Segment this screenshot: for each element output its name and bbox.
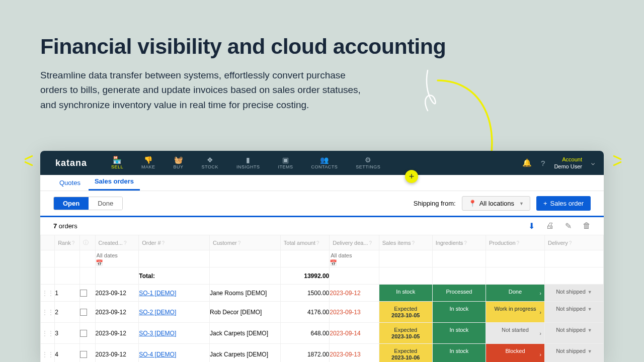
location-filter[interactable]: 📍 All locations ▼	[462, 196, 530, 211]
caret-down-icon: ▼	[588, 328, 592, 333]
bell-icon[interactable]: 🔔	[522, 158, 532, 167]
filter-customer[interactable]	[210, 255, 280, 263]
caret-down-icon: ▼	[519, 201, 524, 206]
created-cell: 2023-09-12	[95, 302, 139, 323]
checkbox-cell[interactable]	[80, 323, 95, 344]
chevron-down-icon[interactable]: ⌵	[591, 159, 595, 166]
new-sales-order-button[interactable]: + Sales order	[536, 196, 591, 211]
nav-make[interactable]: 👎MAKE	[132, 151, 165, 175]
customer-cell: Jack Carpets [DEMO]	[210, 323, 281, 344]
col-order[interactable]: Order #?	[139, 235, 210, 250]
accent-sparkle-left	[24, 157, 31, 164]
nav-stock[interactable]: ❖STOCK	[193, 151, 227, 175]
drag-handle[interactable]: ⋮⋮	[41, 344, 55, 363]
add-fab[interactable]: +	[405, 170, 418, 183]
status-badge[interactable]: Blocked›	[486, 344, 544, 362]
main-nav: 🏪SELL👎MAKE🧺BUY❖STOCK▮INSIGHTS▣ITEMS👥CONT…	[102, 151, 389, 175]
open-done-segment: Open Done	[53, 197, 123, 210]
table-row: ⋮⋮12023-09-12SO-1 [DEMO]Jane Rooms [DEMO…	[41, 285, 604, 302]
drag-handle[interactable]: ⋮⋮	[41, 302, 55, 323]
status-badge[interactable]: Not started›	[486, 323, 544, 343]
col-sales-items[interactable]: Sales items?	[379, 235, 432, 250]
nav-settings[interactable]: ⚙SETTINGS	[347, 151, 389, 175]
order-cell[interactable]: SO-4 [DEMO]	[139, 344, 210, 363]
filter-order[interactable]	[139, 255, 209, 263]
settings-icon: ⚙	[364, 156, 372, 163]
checkbox-cell[interactable]	[80, 285, 95, 302]
print-icon[interactable]: 🖨	[546, 221, 554, 231]
drag-handle[interactable]: ⋮⋮	[41, 285, 55, 302]
col-rank[interactable]: Rank?	[55, 235, 80, 250]
delete-icon[interactable]: 🗑	[583, 221, 591, 231]
accent-sparkle-right	[613, 157, 620, 164]
status-badge[interactable]: In stock	[379, 285, 432, 301]
app-window: katana 🏪SELL👎MAKE🧺BUY❖STOCK▮INSIGHTS▣ITE…	[40, 151, 604, 362]
nav-buy[interactable]: 🧺BUY	[165, 151, 193, 175]
status-badge[interactable]: Expected2023-10-05	[379, 302, 432, 322]
col-ingredients[interactable]: Ingredients?	[432, 235, 486, 250]
drag-handle[interactable]: ⋮⋮	[41, 323, 55, 344]
chevron-right-icon: ›	[540, 330, 541, 336]
status-badge[interactable]: Work in progress›	[486, 302, 544, 322]
account-menu[interactable]: Account Demo User	[554, 156, 582, 170]
help-icon[interactable]: ?	[541, 159, 545, 167]
tab-quotes[interactable]: Quotes	[53, 175, 87, 191]
customer-cell: Jack Carpets [DEMO]	[210, 344, 281, 363]
col-info[interactable]: ⓘ	[80, 235, 95, 250]
insights-icon: ▮	[244, 156, 252, 163]
status-badge[interactable]: In stock	[433, 344, 486, 362]
order-cell[interactable]: SO-2 [DEMO]	[139, 302, 210, 323]
status-badge[interactable]: In stock	[433, 302, 486, 322]
delivery-status[interactable]: Not shipped▼	[545, 302, 603, 322]
checkbox-cell[interactable]	[80, 344, 95, 363]
delivery-status[interactable]: Not shipped▼	[545, 285, 603, 301]
status-badge[interactable]: Expected2023-10-06	[379, 344, 432, 362]
status-badge[interactable]: In stock	[433, 323, 486, 343]
edit-icon[interactable]: ✎	[565, 221, 572, 231]
created-cell: 2023-09-12	[95, 344, 139, 363]
col-delivery[interactable]: Delivery?	[544, 235, 603, 250]
status-badge[interactable]: Done›	[486, 285, 544, 301]
buy-icon: 🧺	[175, 156, 183, 163]
segment-done[interactable]: Done	[89, 197, 122, 210]
filter-amount[interactable]	[281, 255, 329, 263]
col-production[interactable]: Production?	[486, 235, 544, 250]
status-badge[interactable]: Processed	[433, 285, 486, 301]
deadline-cell: 2023-09-13	[330, 302, 379, 323]
col-delivery-deadline[interactable]: Delivery dea...?	[330, 235, 379, 250]
customer-cell: Jane Rooms [DEMO]	[210, 285, 281, 302]
filter-deadline[interactable]	[330, 251, 378, 259]
col-total[interactable]: Total amount?	[280, 235, 329, 250]
nav-insights[interactable]: ▮INSIGHTS	[227, 151, 269, 175]
shipping-label: Shipping from:	[414, 200, 456, 207]
download-icon[interactable]: ⬇	[528, 221, 535, 231]
order-cell[interactable]: SO-1 [DEMO]	[139, 285, 210, 302]
filter-created[interactable]	[96, 251, 139, 259]
total-label: Total:	[139, 267, 210, 285]
order-cell[interactable]: SO-3 [DEMO]	[139, 323, 210, 344]
toolbar: Open Done Shipping from: 📍 All locations…	[40, 191, 604, 216]
nav-items[interactable]: ▣ITEMS	[269, 151, 302, 175]
col-created[interactable]: Created...?	[95, 235, 139, 250]
tab-sales-orders[interactable]: Sales orders	[89, 173, 140, 191]
checkbox-cell[interactable]	[80, 302, 95, 323]
topbar: katana 🏪SELL👎MAKE🧺BUY❖STOCK▮INSIGHTS▣ITE…	[40, 151, 604, 175]
deadline-cell: 2023-09-12	[330, 285, 379, 302]
account-user: Demo User	[554, 163, 582, 170]
hero-title: Financial visibility and cloud accountin…	[40, 34, 604, 59]
col-customer[interactable]: Customer?	[210, 235, 281, 250]
total-row: Total: 13992.00	[41, 267, 604, 285]
status-badge[interactable]: Expected2023-10-05	[379, 323, 432, 343]
deadline-cell: 2023-09-13	[330, 344, 379, 363]
account-label: Account	[554, 156, 582, 163]
segment-open[interactable]: Open	[54, 197, 89, 210]
customer-cell: Rob Decor [DEMO]	[210, 302, 281, 323]
brand-logo[interactable]: katana	[40, 158, 102, 168]
delivery-status[interactable]: Not shipped▼	[545, 323, 603, 343]
delivery-status[interactable]: Not shipped▼	[545, 344, 603, 362]
list-header: 7 orders ⬇ 🖨 ✎ 🗑	[40, 217, 604, 235]
rank-cell: 4	[55, 344, 80, 363]
nav-contacts[interactable]: 👥CONTACTS	[302, 151, 347, 175]
nav-sell[interactable]: 🏪SELL	[102, 151, 132, 175]
plus-icon: +	[543, 200, 547, 207]
